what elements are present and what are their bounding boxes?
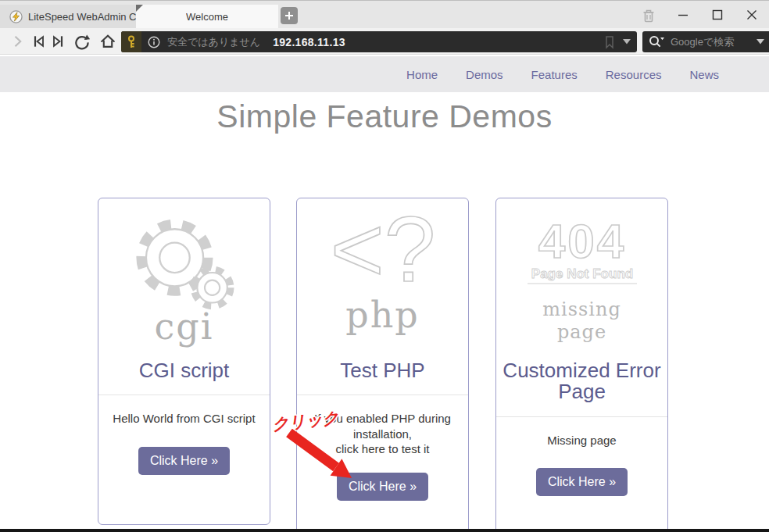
tab-welcome[interactable]: Welcome [136,5,278,29]
minimize-button[interactable] [666,1,700,29]
error-404-graphic: 404 Page Not Found missing page [496,198,667,345]
card-body: Missing page [542,433,621,448]
nav-link-resources[interactable]: Resources [606,68,662,81]
svg-text:<?: <? [330,214,435,292]
plus-icon [284,11,294,20]
new-tab-button[interactable] [281,7,298,24]
search-input[interactable]: Googleで検索 [671,35,756,49]
site-nav: Home Demos Features Resources News [0,56,769,92]
card-divider [98,395,270,395]
litespeed-favicon-icon [9,10,23,23]
cgi-caption: cgi [155,309,214,345]
php-caption: php [345,297,420,333]
tab-litespeed-webadmin[interactable]: LiteSpeed WebAdmin Cons [0,5,136,29]
page-title: Simple Feature Demos [0,98,769,135]
tab-corner-indicator [136,5,143,12]
close-icon [746,9,757,20]
url-text[interactable]: 192.168.11.13 [273,36,345,48]
card-cgi-script: cgi CGI script Hello World from CGI scri… [98,198,270,525]
skip-forward-icon [50,34,66,49]
chevron-right-icon [9,34,25,49]
maximize-button[interactable] [700,1,735,29]
svg-text:404: 404 [538,214,625,268]
card-customized-error-page: 404 Page Not Found missing page Customiz… [495,198,668,532]
red-arrow-icon [280,428,361,486]
maximize-icon [712,9,723,20]
address-dropdown-icon[interactable] [623,39,631,45]
gears-icon [118,214,251,313]
tab-title: LiteSpeed WebAdmin Cons [28,11,136,23]
php-graphic: <? php [297,198,468,345]
trash-icon [642,8,656,23]
browser-toolbar: 安全ではありません 192.168.11.13 Googleで検索 [0,28,769,55]
bookmark-icon[interactable] [604,35,615,49]
nav-link-features[interactable]: Features [531,68,578,81]
page-content: Home Demos Features Resources News Simpl… [0,55,769,532]
window-bottom-edge [0,529,769,532]
nav-link-demos[interactable]: Demos [466,68,503,81]
skip-back-button[interactable] [30,32,48,51]
security-label: 安全ではありません [167,35,260,49]
error-page-click-here-button[interactable]: Click Here » [536,468,628,496]
address-bar[interactable]: 安全ではありません 192.168.11.13 [121,31,637,52]
card-body: Hello World from CGI script [108,411,259,427]
info-icon[interactable] [148,36,160,48]
key-icon [121,31,141,52]
refresh-button[interactable] [72,32,91,51]
search-dropdown-icon[interactable] [756,39,764,45]
card-title: CGI script [133,360,236,381]
search-box[interactable]: Googleで検索 [642,31,769,52]
home-icon [99,33,116,50]
missing-page-caption: missing page [542,298,621,344]
cgi-click-here-button[interactable]: Click Here » [138,447,230,475]
browser-titlebar: LiteSpeed WebAdmin Cons Welcome [0,0,769,28]
window-controls [631,1,769,29]
home-button[interactable] [98,32,117,51]
card-title: Test PHP [334,360,431,381]
card-divider [297,395,468,395]
skip-forward-button[interactable] [48,32,67,51]
skip-back-icon [31,34,47,49]
nav-link-news[interactable]: News [689,68,719,81]
tab-title: Welcome [186,11,228,23]
close-button[interactable] [735,1,769,29]
php-open-tag-icon: <? [309,214,457,292]
cgi-gears-graphic: cgi [98,198,270,345]
card-divider [496,416,667,417]
svg-text:Page Not Found: Page Not Found [531,266,632,281]
trash-button[interactable] [631,1,666,29]
404-icon: 404 Page Not Found [508,214,656,287]
nav-link-home[interactable]: Home [406,68,438,81]
search-engine-icon[interactable] [649,35,665,48]
refresh-icon [73,33,90,50]
card-title: Customized Error Page [496,360,667,403]
forward-button[interactable] [8,32,27,51]
minimize-icon [678,9,689,20]
